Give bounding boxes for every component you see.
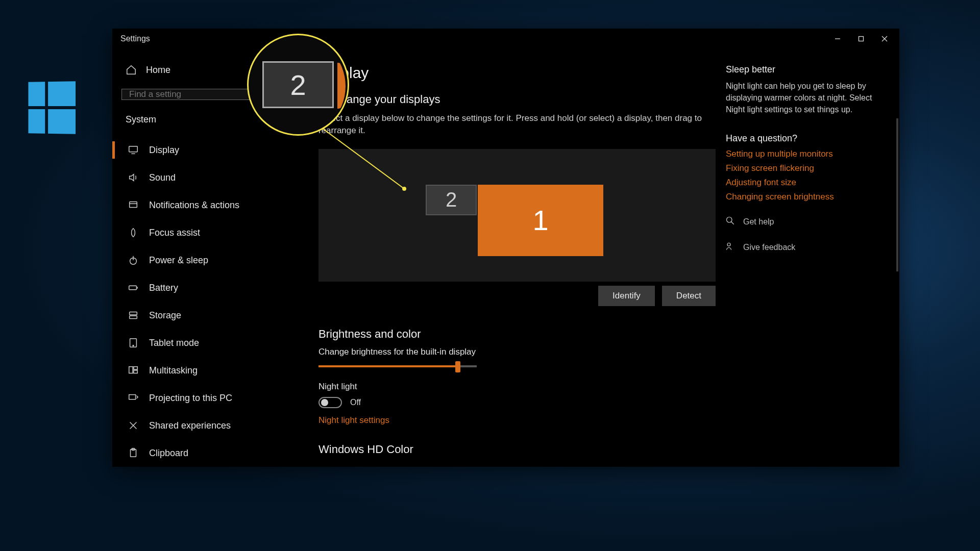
identify-button[interactable]: Identify [598,286,655,306]
svg-rect-13 [130,316,137,319]
tablet-icon [128,337,139,348]
sidebar-item-display[interactable]: Display [121,136,296,164]
sidebar-item-power[interactable]: Power & sleep [121,246,296,274]
sidebar-item-label: Tablet mode [149,338,199,348]
sidebar-item-label: Projecting to this PC [149,393,232,404]
brightness-slider-label: Change brightness for the built-in displ… [318,347,716,357]
sidebar-item-tablet[interactable]: Tablet mode [121,329,296,357]
storage-icon [128,310,139,321]
help-icon [726,216,736,228]
brightness-slider[interactable] [318,364,477,368]
svg-rect-16 [129,367,133,373]
desktop-windows-logo [28,81,76,134]
night-light-toggle[interactable] [318,397,342,408]
scrollbar[interactable] [896,118,898,271]
clipboard-icon [128,447,139,459]
titlebar: Settings [112,29,899,49]
page-title: Display [318,64,716,82]
sidebar-item-multitask[interactable]: Multitasking [121,357,296,384]
sidebar-item-shared[interactable]: Shared experiences [121,412,296,439]
sidebar-item-label: Storage [149,310,181,321]
rearrange-helper: Select a display below to change the set… [318,112,716,137]
sidebar-item-notifications[interactable]: Notifications & actions [121,191,296,219]
svg-point-15 [133,345,134,346]
svg-rect-18 [134,370,137,373]
sidebar: Home System DisplaySoundNotifications & … [112,49,296,467]
sidebar-item-label: Shared experiences [149,420,231,431]
minimize-button[interactable] [826,30,849,47]
content-area: Display Rearrange your displays Select a… [296,49,899,467]
window-controls [826,30,896,47]
home-button[interactable]: Home [121,58,296,82]
search-box[interactable] [121,89,281,100]
window-title: Settings [120,34,150,43]
svg-rect-19 [129,395,136,399]
help-link-3[interactable]: Changing screen brightness [726,192,884,202]
feedback-icon [726,242,736,253]
power-icon [128,255,139,266]
close-button[interactable] [873,30,896,47]
help-link-2[interactable]: Adjusting font size [726,178,884,188]
home-icon [126,64,137,76]
detect-button[interactable]: Detect [662,286,716,306]
sidebar-item-label: Clipboard [149,448,188,459]
shared-icon [128,420,139,431]
sidebar-item-projecting[interactable]: Projecting to this PC [121,384,296,412]
maximize-button[interactable] [849,30,873,47]
sleep-better-title: Sleep better [726,64,884,75]
display-icon [128,144,139,156]
projecting-icon [128,392,139,404]
give-feedback-link[interactable]: Give feedback [743,243,795,252]
night-light-state: Off [350,398,361,407]
sound-icon [128,172,139,183]
sidebar-item-focus[interactable]: Focus assist [121,219,296,246]
sidebar-item-label: Display [149,145,179,156]
night-light-settings-link[interactable]: Night light settings [318,415,716,425]
sidebar-item-label: Battery [149,283,178,293]
sidebar-item-label: Notifications & actions [149,200,239,211]
svg-rect-6 [130,202,137,208]
help-link-1[interactable]: Fixing screen flickering [726,163,884,173]
battery-icon [128,282,139,293]
svg-rect-10 [129,286,137,289]
rearrange-heading: Rearrange your displays [318,93,716,106]
sidebar-item-clipboard[interactable]: Clipboard [121,439,296,467]
have-question-title: Have a question? [726,133,884,144]
notifications-icon [128,199,139,211]
night-light-label: Night light [318,382,716,392]
svg-rect-4 [129,146,138,152]
sleep-better-body: Night light can help you get to sleep by… [726,80,884,116]
sidebar-item-label: Multitasking [149,365,198,376]
svg-point-24 [727,217,732,222]
focus-icon [128,227,139,238]
sidebar-item-label: Power & sleep [149,255,208,266]
right-panel: Sleep better Night light can help you ge… [726,64,884,467]
sidebar-item-label: Focus assist [149,228,200,238]
nav-list: DisplaySoundNotifications & actionsFocus… [121,136,296,467]
svg-rect-12 [130,312,137,315]
svg-rect-1 [859,37,864,41]
svg-rect-17 [134,367,137,370]
brightness-heading: Brightness and color [318,328,716,341]
category-label: System [121,111,296,136]
display-tile-1[interactable]: 1 [478,185,603,256]
home-label: Home [146,65,170,76]
svg-point-25 [727,243,730,246]
sidebar-item-sound[interactable]: Sound [121,164,296,191]
help-link-0[interactable]: Setting up multiple monitors [726,149,884,159]
hd-color-heading: Windows HD Color [318,443,716,456]
get-help-link[interactable]: Get help [743,217,774,227]
multitask-icon [128,365,139,376]
sidebar-item-label: Sound [149,172,176,183]
sidebar-item-battery[interactable]: Battery [121,274,296,302]
settings-window: Settings Home System [112,29,899,467]
display-arrangement-canvas[interactable]: 2 1 [318,149,716,282]
search-input[interactable] [129,89,273,99]
sidebar-item-storage[interactable]: Storage [121,302,296,329]
display-tile-2[interactable]: 2 [426,185,477,215]
